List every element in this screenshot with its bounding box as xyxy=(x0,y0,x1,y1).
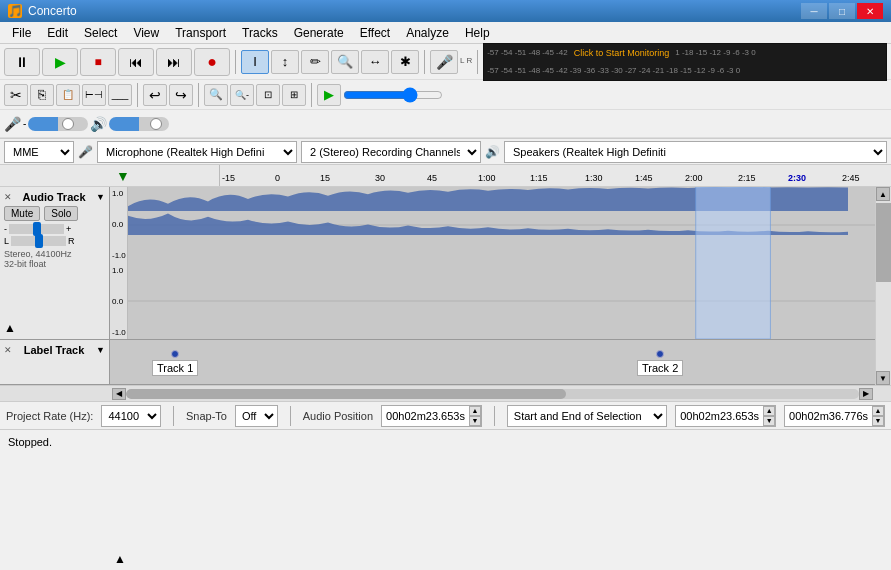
menu-file[interactable]: File xyxy=(4,24,39,42)
sel-start-spinners[interactable]: ▲ ▼ xyxy=(763,406,775,426)
gain-slider[interactable] xyxy=(9,224,64,234)
menu-select[interactable]: Select xyxy=(76,24,125,42)
tool-multi[interactable]: ✱ xyxy=(391,50,419,74)
undo-button[interactable]: ↩ xyxy=(143,84,167,106)
close-button[interactable]: ✕ xyxy=(857,3,883,19)
channel-select[interactable]: 2 (Stereo) Recording Channels xyxy=(301,141,481,163)
output-level-slider[interactable] xyxy=(109,117,169,131)
mic-button[interactable]: 🎤 xyxy=(430,50,458,74)
label-track-content[interactable]: Track 1 Track 2 xyxy=(110,340,875,384)
vertical-scrollbar[interactable]: ▲ ▼ xyxy=(875,187,891,385)
vscroll-down-btn[interactable]: ▼ xyxy=(876,371,890,385)
position-up-btn[interactable]: ▲ xyxy=(469,406,481,416)
label-track-header: ✕ Label Track ▼ ▲ xyxy=(0,340,110,384)
sel-start-down-btn[interactable]: ▼ xyxy=(763,416,775,426)
play-at-speed-button[interactable]: ▶ xyxy=(317,84,341,106)
menu-view[interactable]: View xyxy=(125,24,167,42)
track-format-info: Stereo, 44100Hz32-bit float xyxy=(4,249,105,269)
play-speed-slider[interactable] xyxy=(343,89,443,101)
snap-to-select[interactable]: Off xyxy=(235,405,278,427)
copy-button[interactable]: ⎘ xyxy=(30,84,54,106)
hscroll-thumb[interactable] xyxy=(126,389,566,399)
selection-start-value: 00h02m23.653s xyxy=(676,410,763,422)
vscroll-up-btn[interactable]: ▲ xyxy=(876,187,890,201)
track-close-btn[interactable]: ✕ xyxy=(4,192,12,202)
position-down-btn[interactable]: ▼ xyxy=(469,416,481,426)
record-button[interactable]: ● xyxy=(194,48,230,76)
play-button[interactable]: ▶ xyxy=(42,48,78,76)
track-menu-arrow[interactable]: ▼ xyxy=(96,192,105,202)
sel-end-spinners[interactable]: ▲ ▼ xyxy=(872,406,884,426)
stop-button[interactable]: ■ xyxy=(80,48,116,76)
tool-select[interactable]: I xyxy=(241,50,269,74)
pin2-dot xyxy=(656,350,664,358)
tool-timeshift[interactable]: ↔ xyxy=(361,50,389,74)
minimize-button[interactable]: ─ xyxy=(801,3,827,19)
maximize-button[interactable]: □ xyxy=(829,3,855,19)
api-select[interactable]: MME xyxy=(4,141,74,163)
playhead-triangle[interactable]: ▼ xyxy=(116,168,130,184)
menu-tracks[interactable]: Tracks xyxy=(234,24,286,42)
vu-row-bottom[interactable]: -57 -54 -51 -48 -45 -42 -39 -36 -33 -30 … xyxy=(484,62,886,80)
selection-start-input[interactable]: 00h02m23.653s ▲ ▼ xyxy=(675,405,776,427)
track1-label-pin[interactable]: Track 1 xyxy=(152,350,198,376)
track2-label[interactable]: Track 2 xyxy=(637,360,683,376)
track-collapse-btn[interactable]: ▲ xyxy=(4,321,16,335)
zoom-out-button[interactable]: 🔍- xyxy=(230,84,254,106)
hscrollbar[interactable] xyxy=(126,389,859,399)
paste-button[interactable]: 📋 xyxy=(56,84,80,106)
tool-draw[interactable]: ✏ xyxy=(301,50,329,74)
menu-transport[interactable]: Transport xyxy=(167,24,234,42)
sel-end-down-btn[interactable]: ▼ xyxy=(872,416,884,426)
pan-slider[interactable] xyxy=(11,236,66,246)
ruler-tick: 2:45 xyxy=(842,173,860,183)
project-rate-select[interactable]: 44100 xyxy=(101,405,161,427)
tool-zoom[interactable]: 🔍 xyxy=(331,50,359,74)
pan-right-label: R xyxy=(68,236,75,246)
status-text: Stopped. xyxy=(8,436,52,448)
skip-back-button[interactable]: ⏮ xyxy=(118,48,154,76)
zoom-fit-button[interactable]: ⊞ xyxy=(282,84,306,106)
vu-row-top[interactable]: -57 -54 -51 -48 -45 -42 Click to Start M… xyxy=(484,44,886,62)
sep4 xyxy=(137,83,138,107)
label-track-menu-arrow[interactable]: ▼ xyxy=(96,345,105,355)
output-device-select[interactable]: Speakers (Realtek High Definiti xyxy=(504,141,887,163)
input-level-slider[interactable] xyxy=(28,117,88,131)
sel-end-up-btn[interactable]: ▲ xyxy=(872,406,884,416)
skip-forward-button[interactable]: ⏭ xyxy=(156,48,192,76)
menu-generate[interactable]: Generate xyxy=(286,24,352,42)
solo-button[interactable]: Solo xyxy=(44,206,78,221)
audio-waveform[interactable]: 1.0 0.0 -1.0 1.0 0.0 -1.0 xyxy=(110,187,875,339)
zoom-in-button[interactable]: 🔍 xyxy=(204,84,228,106)
click-to-monitor[interactable]: Click to Start Monitoring xyxy=(571,48,673,58)
menu-edit[interactable]: Edit xyxy=(39,24,76,42)
selection-type-select[interactable]: Start and End of Selection xyxy=(507,405,667,427)
label-track: ✕ Label Track ▼ ▲ Track 1 Track 2 xyxy=(0,340,875,385)
menu-effect[interactable]: Effect xyxy=(352,24,398,42)
pause-button[interactable]: ⏸ xyxy=(4,48,40,76)
hscroll-left-btn[interactable]: ◀ xyxy=(112,388,126,400)
hscroll-right-btn[interactable]: ▶ xyxy=(859,388,873,400)
app-title: Concerto xyxy=(28,4,801,18)
track1-label[interactable]: Track 1 xyxy=(152,360,198,376)
redo-button[interactable]: ↪ xyxy=(169,84,193,106)
mute-button[interactable]: Mute xyxy=(4,206,40,221)
input-device-select[interactable]: Microphone (Realtek High Defini xyxy=(97,141,297,163)
silence-button[interactable]: ___ xyxy=(108,84,132,106)
menu-help[interactable]: Help xyxy=(457,24,498,42)
track2-label-pin[interactable]: Track 2 xyxy=(637,350,683,376)
cut-button[interactable]: ✂ xyxy=(4,84,28,106)
menu-analyze[interactable]: Analyze xyxy=(398,24,457,42)
selection-end-input[interactable]: 00h02m36.776s ▲ ▼ xyxy=(784,405,885,427)
position-spinners[interactable]: ▲ ▼ xyxy=(469,406,481,426)
sel-start-up-btn[interactable]: ▲ xyxy=(763,406,775,416)
tool-envelope[interactable]: ↕ xyxy=(271,50,299,74)
ruler-tick: -15 xyxy=(222,173,235,183)
vscroll-thumb[interactable] xyxy=(876,203,891,282)
hscrollbar-area: ◀ ▶ xyxy=(0,385,891,401)
ruler-tick: 0 xyxy=(275,173,280,183)
audio-position-input[interactable]: 00h02m23.653s ▲ ▼ xyxy=(381,405,482,427)
label-track-close-btn[interactable]: ✕ xyxy=(4,345,12,355)
zoom-sel-button[interactable]: ⊡ xyxy=(256,84,280,106)
trim-button[interactable]: ⊢⊣ xyxy=(82,84,106,106)
